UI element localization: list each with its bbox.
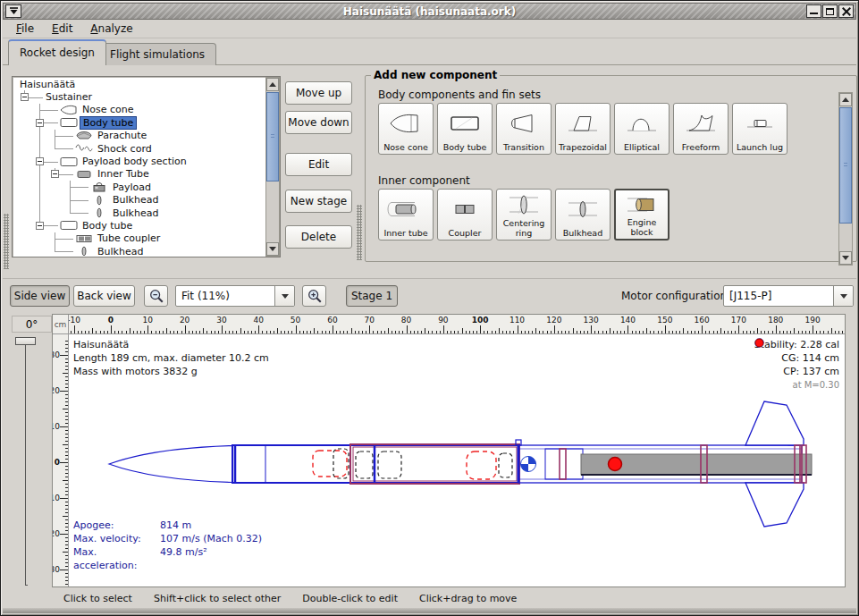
component-nose-cone-button[interactable]: Nose cone <box>378 103 434 155</box>
component-coupler-button[interactable]: Coupler <box>437 189 493 240</box>
close-icon <box>842 7 851 16</box>
tree-item[interactable]: Shock cord <box>13 142 265 155</box>
title-bar[interactable]: Haisunäätä (haisunaata.ork) <box>3 3 856 20</box>
rocket-canvas[interactable]: HaisunäätäLength 189 cm, max. diameter 1… <box>69 334 845 586</box>
component-launch-lug-button[interactable]: Launch lug <box>732 103 787 155</box>
scroll-down-icon[interactable] <box>839 251 852 265</box>
tree-expander-icon[interactable] <box>21 93 29 101</box>
component-button-label: Freeform <box>682 143 720 153</box>
window-title: Haisunäätä (haisunaata.ork) <box>4 5 855 18</box>
tree-scrollbar[interactable] <box>265 77 280 257</box>
fin-bottom-shape[interactable] <box>745 483 804 527</box>
zoom-level-select[interactable]: Fit (11%) <box>175 285 295 307</box>
innertube-icon <box>379 190 433 229</box>
component-scrollbar-thumb[interactable] <box>839 107 852 224</box>
edit-button[interactable]: Edit <box>285 153 352 176</box>
window-menu-icon[interactable] <box>5 4 21 18</box>
chevron-down-icon <box>833 286 853 306</box>
flight-value: 49.8 m/s² <box>160 545 262 572</box>
scroll-up-icon[interactable] <box>839 93 852 106</box>
status-hint: Shift+click to select other <box>154 593 281 604</box>
move-up-button[interactable]: Move up <box>285 81 352 105</box>
component-tree-panel: HaisunäätäSustainerNose coneBody tubePar… <box>12 76 281 257</box>
cp-marker <box>609 458 622 471</box>
tree-item[interactable]: Tube coupler <box>13 232 265 245</box>
tree-item-label: Shock cord <box>95 143 155 155</box>
nose-cone-shape[interactable] <box>109 446 232 483</box>
delete-button[interactable]: Delete <box>285 225 352 249</box>
component-engine-block-button[interactable]: Engine block <box>614 189 670 240</box>
tree-item[interactable]: Inner Tube <box>13 168 265 181</box>
scroll-up-icon[interactable] <box>266 78 279 91</box>
tree-item[interactable]: Body tube <box>13 219 265 232</box>
left-splitter-handle[interactable] <box>4 214 9 269</box>
flight-label: Apogee: <box>73 519 160 532</box>
component-centering-ring-button[interactable]: Centering ring <box>496 189 552 240</box>
rotation-slider-handle[interactable] <box>15 337 36 345</box>
rotation-slider-track[interactable] <box>25 344 28 586</box>
component-body-tube-button[interactable]: Body tube <box>437 103 493 155</box>
rocket-info-line: Mass with motors 3832 g <box>73 365 269 378</box>
parachute-shape[interactable] <box>313 451 347 477</box>
flight-value: 814 m <box>160 519 262 532</box>
rocket-info-text: HaisunäätäLength 189 cm, max. diameter 1… <box>73 338 269 378</box>
component-inner-tube-button[interactable]: Inner tube <box>378 189 434 240</box>
payload-shape[interactable] <box>356 451 373 478</box>
tree-item[interactable]: Bulkhead <box>13 207 265 219</box>
minimize-button[interactable] <box>806 4 821 18</box>
component-trapezoidal-button[interactable]: Trapezoidal <box>555 103 611 155</box>
move-down-button[interactable]: Move down <box>285 111 352 134</box>
maximize-button[interactable] <box>822 4 838 18</box>
menu-item-edit[interactable]: Edit <box>44 21 80 37</box>
tree-item[interactable]: Payload body section <box>13 155 265 167</box>
tree-expander-icon[interactable] <box>51 170 59 178</box>
tree-item[interactable]: Bulkhead <box>13 194 265 207</box>
close-button[interactable] <box>838 4 854 18</box>
component-bulkhead-button[interactable]: Bulkhead <box>555 189 611 240</box>
tube-coupler-shape[interactable] <box>545 449 583 479</box>
tree-item-label: Body tube <box>80 116 137 130</box>
menu-item-analyze[interactable]: Analyze <box>82 21 140 37</box>
tree-item[interactable]: Nose cone <box>13 104 265 116</box>
menu-item-file[interactable]: File <box>8 21 42 37</box>
side-view-button[interactable]: Side view <box>10 285 70 307</box>
tab-flight-simulations[interactable]: Flight simulations <box>98 43 216 65</box>
tree-item[interactable]: Haisunäätä <box>13 78 265 90</box>
new-stage-button[interactable]: New stage <box>285 190 352 213</box>
tree-item[interactable]: Bulkhead <box>13 245 265 256</box>
centering-ring-icon <box>497 190 551 219</box>
chevron-down-icon <box>274 286 294 306</box>
tree-item[interactable]: Payload <box>13 181 265 193</box>
tree-expander-icon[interactable] <box>36 222 44 230</box>
stage-1-toggle[interactable]: Stage 1 <box>346 285 398 307</box>
tree-item[interactable]: Parachute <box>13 130 265 142</box>
bulkhead-shape[interactable] <box>560 449 566 479</box>
zoom-out-icon[interactable] <box>144 285 168 307</box>
tree-scrollbar-thumb[interactable] <box>266 92 279 181</box>
component-tree[interactable]: HaisunäätäSustainerNose coneBody tubePar… <box>13 78 265 256</box>
status-bar: Click to selectShift+click to select oth… <box>3 588 856 608</box>
tree-item[interactable]: Sustainer <box>13 90 265 103</box>
tree-item[interactable]: Body tube <box>13 116 265 129</box>
tab-bar: Rocket designFlight simulations <box>3 38 856 65</box>
rocket-info-line: Haisunäätä <box>73 338 269 351</box>
scroll-down-icon[interactable] <box>266 242 279 256</box>
payload-section-shape[interactable] <box>350 444 519 484</box>
component-freeform-button[interactable]: Freeform <box>673 103 728 155</box>
back-view-button[interactable]: Back view <box>73 285 135 307</box>
freeform-fin-icon <box>674 104 728 143</box>
tab-rocket-design[interactable]: Rocket design <box>8 39 106 65</box>
component-transition-button[interactable]: Transition <box>496 103 552 155</box>
tree-expander-icon[interactable] <box>36 119 44 127</box>
bodytube-icon <box>58 156 80 167</box>
zoom-in-icon[interactable] <box>302 285 326 307</box>
window-resize-edge[interactable] <box>3 608 856 613</box>
pane-splitter-handle[interactable] <box>357 205 362 260</box>
component-scrollbar[interactable] <box>838 92 853 266</box>
motor-configuration-select[interactable]: [J115-P] <box>723 285 854 307</box>
fin-top-shape[interactable] <box>745 401 804 445</box>
tree-expander-icon[interactable] <box>36 157 44 165</box>
cp-icon <box>754 338 764 348</box>
coupler-icon <box>438 190 492 229</box>
component-elliptical-button[interactable]: Elliptical <box>614 103 670 155</box>
